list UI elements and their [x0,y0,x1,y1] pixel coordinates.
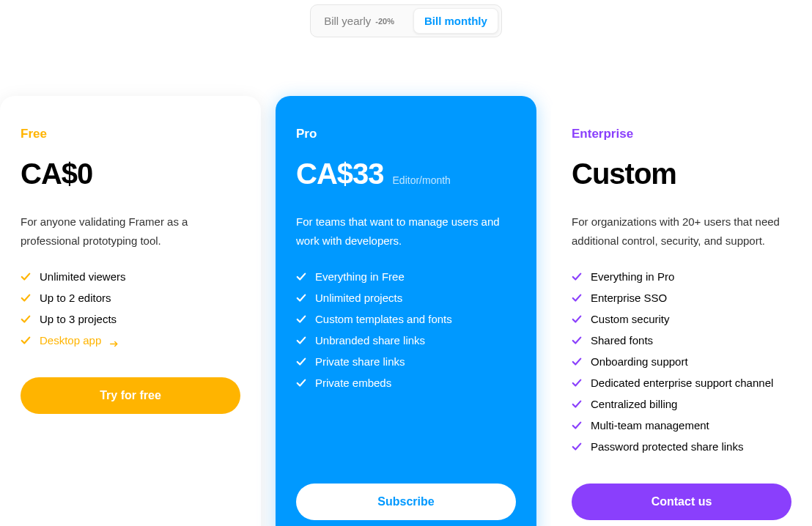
feature-label: Unlimited viewers [40,270,126,283]
feature-item: Unlimited viewers [21,270,240,283]
check-icon [21,314,31,325]
plan-pro-name: Pro [296,127,516,141]
feature-item: Dedicated enterprise support channel [572,377,791,389]
check-icon [572,272,582,282]
feature-label: Enterprise SSO [591,292,667,304]
cta-label: Subscribe [377,495,434,508]
subscribe-button[interactable]: Subscribe [296,484,516,520]
feature-item: Custom templates and fonts [296,313,516,325]
arrow-right-icon [110,337,119,344]
feature-label: Private share links [315,355,405,368]
feature-label: Everything in Free [315,270,405,283]
feature-item-desktop-app-link[interactable]: Desktop app [21,334,240,347]
feature-item: Everything in Free [296,270,516,283]
plan-pro: Pro CA$33 Editor/month For teams that wa… [276,96,536,526]
feature-item: Unlimited projects [296,292,516,304]
plan-enterprise-features: Everything in Pro Enterprise SSO Custom … [572,270,791,453]
check-icon [296,357,306,367]
plan-enterprise-desc: For organizations with 20+ users that ne… [572,212,791,250]
feature-label: Onboarding support [591,355,688,368]
plan-enterprise-name: Enterprise [572,127,791,141]
feature-label: Desktop app [40,334,101,347]
check-icon [21,336,31,346]
check-icon [572,378,582,388]
contact-us-button[interactable]: Contact us [572,484,791,520]
check-icon [572,357,582,367]
plan-free: Free CA$0 For anyone validating Framer a… [0,96,261,526]
check-icon [572,442,582,452]
feature-label: Up to 2 editors [40,292,111,304]
check-icon [296,314,306,325]
feature-label: Unlimited projects [315,292,402,304]
bill-monthly-option[interactable]: Bill monthly [413,8,498,34]
feature-label: Unbranded share links [315,334,425,347]
feature-item: Custom security [572,313,791,325]
bill-yearly-option[interactable]: Bill yearly -20% [314,9,405,33]
feature-label: Dedicated enterprise support channel [591,377,773,389]
plan-free-features: Unlimited viewers Up to 2 editors Up to … [21,270,240,347]
bill-yearly-label: Bill yearly [324,15,371,27]
feature-item: Everything in Pro [572,270,791,283]
check-icon [296,378,306,388]
check-icon [572,421,582,431]
feature-item: Multi-team management [572,419,791,431]
feature-item: Enterprise SSO [572,292,791,304]
plan-free-desc: For anyone validating Framer as a profes… [21,212,240,250]
feature-label: Custom templates and fonts [315,313,452,325]
feature-item: Password protected share links [572,440,791,453]
plan-enterprise: Enterprise Custom For organizations with… [551,96,812,526]
cta-label: Try for free [100,389,161,401]
bill-monthly-label: Bill monthly [424,15,487,27]
feature-item: Up to 2 editors [21,292,240,304]
feature-item: Private embeds [296,377,516,389]
pricing-plans: Free CA$0 For anyone validating Framer a… [0,96,812,526]
plan-pro-unit: Editor/month [393,174,451,186]
plan-pro-price: CA$33 [296,158,384,190]
bill-yearly-discount: -20% [375,17,394,26]
feature-item: Unbranded share links [296,334,516,347]
feature-item: Onboarding support [572,355,791,368]
feature-label: Everything in Pro [591,270,674,283]
feature-item: Shared fonts [572,334,791,347]
check-icon [21,293,31,303]
plan-enterprise-price: Custom [572,158,676,190]
feature-label: Private embeds [315,377,391,389]
plan-pro-price-row: CA$33 Editor/month [296,158,516,190]
plan-pro-features: Everything in Free Unlimited projects Cu… [296,270,516,389]
check-icon [572,399,582,410]
feature-item: Up to 3 projects [21,313,240,325]
feature-label: Multi-team management [591,419,709,431]
feature-label: Centralized billing [591,398,677,410]
check-icon [572,293,582,303]
try-for-free-button[interactable]: Try for free [21,377,240,414]
plan-free-price-row: CA$0 [21,158,240,190]
plan-free-name: Free [21,127,240,141]
check-icon [296,336,306,346]
billing-toggle: Bill yearly -20% Bill monthly [310,4,502,37]
feature-item: Centralized billing [572,398,791,410]
check-icon [572,336,582,346]
check-icon [572,314,582,325]
feature-item: Private share links [296,355,516,368]
feature-label: Password protected share links [591,440,743,453]
feature-label: Shared fonts [591,334,653,347]
check-icon [21,272,31,282]
feature-label: Custom security [591,313,670,325]
feature-label: Up to 3 projects [40,313,117,325]
plan-free-price: CA$0 [21,158,92,190]
check-icon [296,293,306,303]
plan-pro-desc: For teams that want to manage users and … [296,212,516,250]
cta-label: Contact us [652,495,712,508]
plan-enterprise-price-row: Custom [572,158,791,190]
check-icon [296,272,306,282]
